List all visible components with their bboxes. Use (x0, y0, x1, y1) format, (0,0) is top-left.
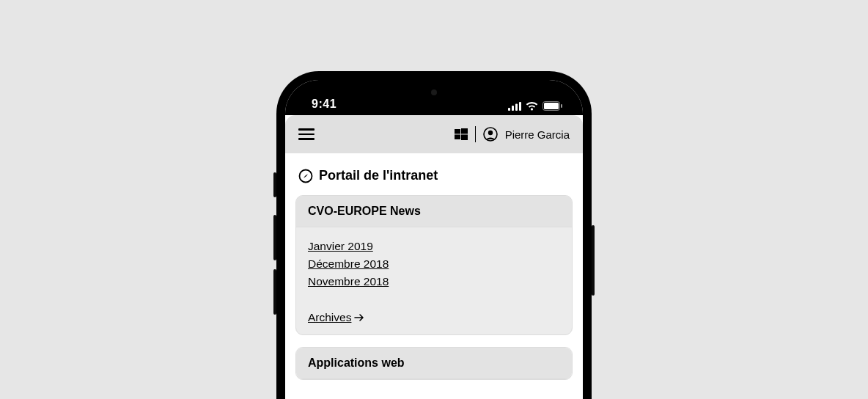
svg-rect-10 (461, 135, 468, 141)
svg-rect-0 (508, 108, 510, 111)
wifi-icon (526, 102, 538, 111)
svg-rect-8 (461, 128, 468, 134)
compass-icon (298, 169, 313, 183)
svg-rect-1 (512, 106, 514, 111)
header-divider (475, 126, 476, 142)
volume-down-button (273, 269, 276, 315)
apps-card-title: Applications web (296, 348, 572, 379)
status-time: 9:41 (312, 98, 336, 111)
archives-link[interactable]: Archives (308, 311, 364, 324)
svg-point-12 (488, 131, 492, 135)
hamburger-menu-button[interactable] (298, 128, 315, 139)
user-name[interactable]: Pierre Garcia (505, 128, 570, 141)
side-button (273, 172, 276, 197)
svg-rect-2 (515, 103, 518, 111)
notch (375, 80, 493, 105)
app-header: Pierre Garcia (285, 115, 583, 153)
svg-rect-3 (519, 102, 521, 111)
archives-label: Archives (308, 311, 351, 324)
svg-rect-6 (561, 104, 562, 108)
volume-up-button (273, 215, 276, 260)
news-link[interactable]: Décembre 2018 (308, 255, 389, 273)
news-card-title: CVO-EUROPE News (296, 196, 572, 227)
battery-icon (542, 101, 562, 111)
news-link[interactable]: Janvier 2019 (308, 238, 373, 255)
news-card: CVO-EUROPE News Janvier 2019 Décembre 20… (295, 195, 573, 335)
arrow-right-icon (354, 313, 364, 322)
svg-rect-5 (544, 103, 559, 109)
page-content: Portail de l'intranet CVO-EUROPE News Ja… (285, 153, 583, 380)
page-title: Portail de l'intranet (319, 168, 438, 183)
svg-rect-9 (455, 135, 460, 140)
news-link[interactable]: Novembre 2018 (308, 273, 389, 290)
status-icons (508, 101, 562, 111)
phone-screen: 9:41 (285, 80, 583, 399)
svg-rect-7 (455, 129, 460, 134)
power-button (592, 225, 595, 296)
apps-card: Applications web (295, 347, 573, 380)
phone-frame: 9:41 (276, 71, 592, 399)
user-avatar-icon[interactable] (483, 127, 498, 142)
cellular-icon (508, 102, 521, 111)
windows-icon[interactable] (455, 128, 468, 141)
